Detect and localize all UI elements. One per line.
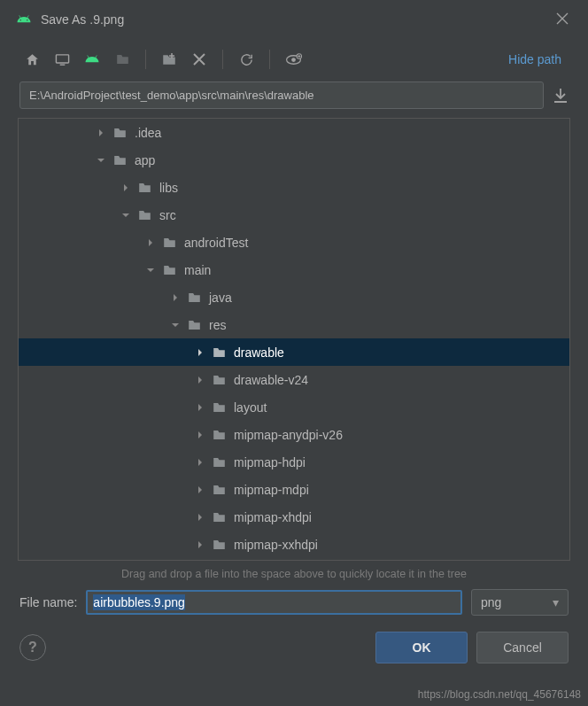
hide-path-link[interactable]: Hide path <box>501 49 569 70</box>
tree-row[interactable]: libs <box>19 174 569 201</box>
tree-item-label: .idea <box>135 126 161 140</box>
separator <box>269 50 270 69</box>
folder-icon <box>212 374 227 386</box>
folder-icon <box>112 127 128 139</box>
titlebar: Save As .9.png <box>0 0 588 39</box>
chevron-right-icon[interactable] <box>192 540 208 549</box>
delete-icon[interactable] <box>187 47 212 72</box>
separator <box>145 50 146 69</box>
tree-row[interactable]: app <box>19 146 569 174</box>
cancel-button[interactable]: Cancel <box>476 632 569 663</box>
project-icon[interactable] <box>80 47 104 72</box>
folder-icon <box>212 346 227 359</box>
show-hidden-icon[interactable] <box>281 47 306 72</box>
android-icon <box>16 12 32 27</box>
tree-row[interactable]: layout <box>19 393 569 421</box>
chevron-right-icon[interactable] <box>143 238 159 247</box>
filename-input[interactable]: airbubbles.9.png <box>86 590 462 615</box>
svg-rect-1 <box>59 64 65 65</box>
tree-item-label: drawable <box>234 345 284 360</box>
tree-item-label: mipmap-hdpi <box>234 455 306 469</box>
chevron-right-icon[interactable] <box>192 458 208 467</box>
tree-row[interactable]: androidTest <box>19 229 569 256</box>
tree-item-label: mipmap-xhdpi <box>234 510 312 524</box>
folder-icon <box>212 429 227 441</box>
chevron-right-icon[interactable] <box>192 513 208 522</box>
chevron-right-icon[interactable] <box>118 183 134 192</box>
folder-icon <box>162 264 177 276</box>
home-icon[interactable] <box>19 47 44 72</box>
path-input[interactable] <box>19 81 544 109</box>
tree-item-label: mipmap-xxhdpi <box>234 538 318 552</box>
tree-row[interactable]: mipmap-xhdpi <box>19 503 569 531</box>
module-folder-icon[interactable] <box>110 47 135 72</box>
chevron-down-icon[interactable] <box>167 321 183 330</box>
extension-value: png <box>481 595 501 609</box>
filename-row: File name: airbubbles.9.png png ▾ <box>0 589 588 616</box>
tree-item-label: java <box>209 291 232 305</box>
button-row: ? OK Cancel <box>0 616 588 663</box>
close-icon[interactable] <box>553 7 572 33</box>
tree-item-label: drawable-v24 <box>234 373 308 387</box>
tree-item-label: layout <box>234 400 267 415</box>
tree-item-label: androidTest <box>184 236 248 250</box>
folder-icon <box>212 539 227 551</box>
folder-icon <box>137 209 152 221</box>
extension-select[interactable]: png ▾ <box>471 589 569 616</box>
chevron-right-icon[interactable] <box>93 128 109 137</box>
chevron-right-icon[interactable] <box>192 348 208 357</box>
drag-hint: Drag and drop a file into the space abov… <box>0 561 588 589</box>
folder-icon <box>162 237 177 249</box>
tree-row[interactable]: java <box>19 283 569 311</box>
chevron-down-icon[interactable] <box>93 156 109 165</box>
window-title: Save As .9.png <box>41 12 124 27</box>
tree-item-label: main <box>184 263 211 277</box>
path-row <box>0 80 588 118</box>
toolbar: Hide path <box>0 39 588 80</box>
tree-row[interactable]: drawable <box>19 338 569 366</box>
tree-item-label: src <box>159 208 176 222</box>
ok-button[interactable]: OK <box>375 632 468 663</box>
file-tree: .ideaapplibssrcandroidTestmainjavaresdra… <box>18 118 570 561</box>
chevron-down-icon: ▾ <box>553 595 559 609</box>
tree-row[interactable]: mipmap-hdpi <box>19 448 569 476</box>
tree-row[interactable]: .idea <box>19 119 569 146</box>
chevron-right-icon[interactable] <box>192 431 208 439</box>
chevron-down-icon[interactable] <box>143 266 159 275</box>
tree-scroll[interactable]: .ideaapplibssrcandroidTestmainjavaresdra… <box>19 119 569 560</box>
filename-value: airbubbles.9.png <box>93 594 185 610</box>
chevron-down-icon[interactable] <box>118 211 134 220</box>
new-folder-icon[interactable] <box>157 47 182 72</box>
svg-rect-0 <box>56 54 68 62</box>
tree-item-label: libs <box>159 181 178 195</box>
svg-point-5 <box>291 58 296 62</box>
svg-rect-3 <box>169 55 174 57</box>
folder-icon <box>112 154 128 167</box>
folder-icon <box>187 291 202 304</box>
chevron-right-icon[interactable] <box>192 376 208 384</box>
tree-row[interactable]: drawable-v24 <box>19 366 569 393</box>
tree-row[interactable]: main <box>19 256 569 283</box>
svg-rect-7 <box>554 101 567 103</box>
folder-icon <box>212 401 227 414</box>
desktop-icon[interactable] <box>50 47 74 72</box>
refresh-icon[interactable] <box>234 47 259 72</box>
download-icon[interactable] <box>547 82 574 109</box>
folder-icon <box>212 511 227 524</box>
tree-item-label: mipmap-anydpi-v26 <box>234 428 343 442</box>
help-button[interactable]: ? <box>19 634 46 661</box>
watermark: https://blog.csdn.net/qq_45676148 <box>418 688 581 701</box>
tree-row[interactable]: res <box>19 311 569 338</box>
chevron-right-icon[interactable] <box>167 293 183 302</box>
folder-icon <box>187 319 202 331</box>
tree-row[interactable]: mipmap-anydpi-v26 <box>19 421 569 448</box>
tree-row[interactable]: mipmap-mdpi <box>19 476 569 503</box>
tree-item-label: mipmap-mdpi <box>234 483 309 497</box>
tree-item-label: app <box>135 153 155 167</box>
tree-row[interactable]: src <box>19 201 569 229</box>
folder-icon <box>137 182 152 194</box>
tree-item-label: res <box>209 318 226 332</box>
chevron-right-icon[interactable] <box>192 403 208 412</box>
tree-row[interactable]: mipmap-xxhdpi <box>19 531 569 558</box>
chevron-right-icon[interactable] <box>192 485 208 494</box>
